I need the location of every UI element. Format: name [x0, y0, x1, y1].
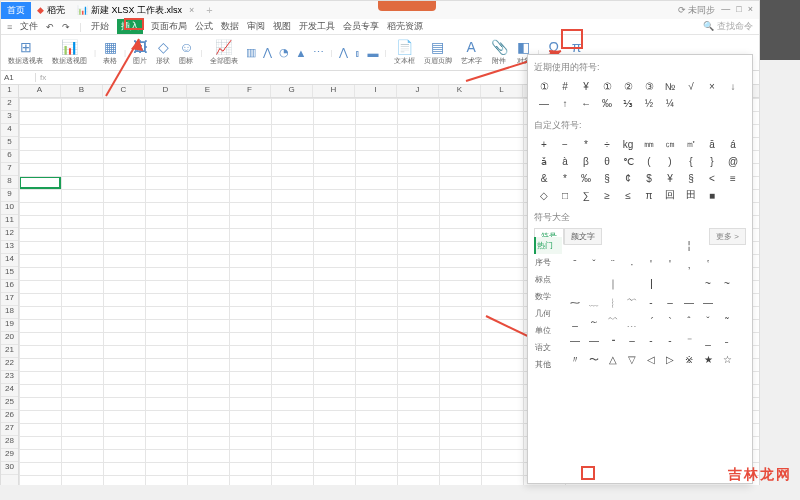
symbol-item[interactable]: θ: [597, 153, 617, 169]
symbol-item[interactable]: —: [534, 95, 554, 111]
symbol-item[interactable]: π: [639, 187, 659, 203]
symbol-item[interactable]: ‛: [699, 256, 717, 273]
symbol-item[interactable]: _: [566, 313, 584, 330]
symbol-item[interactable]: ˉ: [566, 256, 584, 273]
symbol-item[interactable]: [623, 275, 641, 292]
pivot-chart-button[interactable]: 📊数据透视图: [49, 39, 90, 66]
tab-templates[interactable]: ◆稻壳: [31, 2, 71, 19]
chart-area-icon[interactable]: ▲: [294, 47, 309, 59]
col-header[interactable]: B: [61, 85, 103, 97]
menu-review[interactable]: 审阅: [247, 20, 265, 33]
maximize-icon[interactable]: □: [736, 4, 741, 17]
attach-button[interactable]: 📎附件: [488, 39, 511, 66]
symbol-item[interactable]: {: [681, 153, 701, 169]
col-header[interactable]: E: [187, 85, 229, 97]
col-header[interactable]: D: [145, 85, 187, 97]
symbol-item[interactable]: ※: [680, 351, 698, 368]
symbol-item[interactable]: <: [702, 170, 722, 186]
symbol-item[interactable]: ﹏: [585, 294, 603, 311]
row-header[interactable]: 13: [1, 241, 18, 254]
symbol-item[interactable]: №: [660, 78, 680, 94]
app-close-icon[interactable]: ×: [748, 4, 753, 17]
symbol-item[interactable]: ‰: [576, 170, 596, 186]
col-header[interactable]: I: [355, 85, 397, 97]
symbol-item[interactable]: ā: [702, 136, 722, 152]
symbol-item[interactable]: ⁃: [604, 332, 622, 349]
row-header[interactable]: 25: [1, 397, 18, 410]
table-button[interactable]: ▦表格: [100, 39, 120, 66]
symbol-item[interactable]: −: [555, 136, 575, 152]
symbol-item[interactable]: ②: [618, 78, 638, 94]
symbol-item[interactable]: (: [639, 153, 659, 169]
row-header[interactable]: 12: [1, 228, 18, 241]
row-header[interactable]: 18: [1, 306, 18, 319]
symbol-item[interactable]: ¦: [680, 237, 698, 254]
col-header[interactable]: J: [397, 85, 439, 97]
symbol-item[interactable]: ～: [585, 313, 603, 330]
sparkline-line-icon[interactable]: ⋀: [337, 46, 350, 59]
category-item[interactable]: 单位: [534, 322, 562, 339]
symbol-item[interactable]: [680, 275, 698, 292]
row-header[interactable]: 19: [1, 319, 18, 332]
symbol-item[interactable]: ▷: [661, 351, 679, 368]
symbol-item[interactable]: ﹍: [623, 313, 641, 330]
symbol-item[interactable]: ˆ: [680, 313, 698, 330]
textbox-button[interactable]: 📄文本框: [391, 39, 418, 66]
menu-resources[interactable]: 稻壳资源: [387, 20, 423, 33]
symbol-item[interactable]: [623, 237, 641, 254]
headerfooter-button[interactable]: ▤页眉页脚: [421, 39, 455, 66]
row-header[interactable]: 4: [1, 124, 18, 137]
symbol-item[interactable]: [566, 275, 584, 292]
symbol-item[interactable]: ≥: [597, 187, 617, 203]
symbol-item[interactable]: à: [555, 153, 575, 169]
symbol-item[interactable]: ~: [699, 275, 717, 292]
symbol-item[interactable]: ¥: [660, 170, 680, 186]
symbol-item[interactable]: ―: [699, 294, 717, 311]
symbol-item[interactable]: }: [702, 153, 722, 169]
symbol-item[interactable]: 回: [660, 187, 680, 203]
row-header[interactable]: 28: [1, 436, 18, 449]
symbol-item[interactable]: ½: [639, 95, 659, 111]
symbol-item[interactable]: ǎ: [534, 153, 554, 169]
symbol-item[interactable]: ①: [534, 78, 554, 94]
symbol-item[interactable]: *: [576, 136, 596, 152]
symbol-item[interactable]: ⅓: [618, 95, 638, 111]
symbol-item[interactable]: ㎝: [660, 136, 680, 152]
symbol-item[interactable]: ˜: [718, 313, 736, 330]
symbol-item[interactable]: [585, 275, 603, 292]
sparkline-wl-icon[interactable]: ▬: [366, 47, 381, 59]
symbol-item[interactable]: [718, 294, 736, 311]
symbol-item[interactable]: ': [661, 256, 679, 273]
symbol-item[interactable]: [718, 237, 736, 254]
symbol-item[interactable]: ︴: [604, 294, 622, 311]
symbol-item[interactable]: ■: [702, 187, 722, 203]
symbol-item[interactable]: [566, 237, 584, 254]
symbol-item[interactable]: ←: [576, 95, 596, 111]
symbol-item[interactable]: 〜: [585, 351, 603, 368]
symbol-item[interactable]: ǀ: [642, 275, 660, 292]
row-header[interactable]: 10: [1, 202, 18, 215]
row-header[interactable]: 2: [1, 98, 18, 111]
symbol-item[interactable]: ˇ: [699, 313, 717, 330]
symbol-item[interactable]: ⁓: [566, 294, 584, 311]
symbol-item[interactable]: [699, 237, 717, 254]
symbol-item[interactable]: ·: [623, 256, 641, 273]
symbol-item[interactable]: ‐: [642, 294, 660, 311]
row-header[interactable]: 11: [1, 215, 18, 228]
menu-data[interactable]: 数据: [221, 20, 239, 33]
row-header[interactable]: 23: [1, 371, 18, 384]
row-header[interactable]: 24: [1, 384, 18, 397]
col-header[interactable]: A: [19, 85, 61, 97]
symbol-item[interactable]: ℃: [618, 153, 638, 169]
shape-button[interactable]: ◇形状: [153, 39, 173, 66]
category-item[interactable]: 语文: [534, 339, 562, 356]
active-cell[interactable]: [19, 176, 61, 189]
symbol-item[interactable]: ×: [702, 78, 722, 94]
symbol-item[interactable]: ★: [699, 351, 717, 368]
symbol-item[interactable]: —: [680, 294, 698, 311]
symbol-item[interactable]: @: [723, 153, 743, 169]
symbol-item[interactable]: 〃: [566, 351, 584, 368]
row-header[interactable]: 29: [1, 449, 18, 462]
symbol-item[interactable]: kg: [618, 136, 638, 152]
symbol-item[interactable]: [718, 256, 736, 273]
